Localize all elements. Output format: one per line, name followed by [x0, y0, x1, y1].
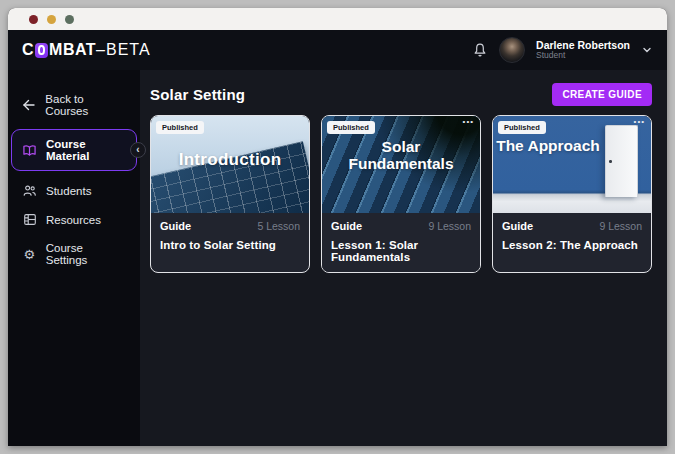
white-door-graphic [605, 125, 638, 197]
film-strip-icon [22, 213, 37, 226]
guide-card-list: Published Introduction Guide 5 Lesson In… [150, 115, 652, 273]
logo-door-icon [35, 43, 48, 58]
close-window-button[interactable] [29, 15, 38, 24]
sidebar-item-resources[interactable]: Resources [11, 206, 137, 233]
card-type-label: Guide [331, 220, 362, 232]
card-title: Intro to Solar Setting [160, 239, 300, 251]
card-thumbnail-introduction: Published Introduction [151, 116, 309, 213]
main-content: Solar Setting CREATE GUIDE Published Int… [140, 70, 667, 446]
logo-text-prefix: C [22, 41, 34, 59]
thumbnail-title: Solar Fundamentals [322, 138, 480, 173]
status-badge: Published [327, 121, 375, 134]
gear-icon: ⚙ [22, 248, 37, 261]
guide-card-intro[interactable]: Published Introduction Guide 5 Lesson In… [150, 115, 310, 273]
card-type-label: Guide [502, 220, 533, 232]
sidebar-back-to-courses[interactable]: Back to Courses [11, 86, 137, 124]
create-guide-button[interactable]: CREATE GUIDE [552, 83, 652, 106]
users-icon [22, 184, 37, 197]
page-title: Solar Setting [150, 86, 245, 103]
open-book-icon [22, 144, 37, 157]
card-menu-icon[interactable]: ••• [634, 117, 645, 126]
app-header: C MBAT –BETA Darlene Robertson Student [8, 30, 667, 70]
status-badge: Published [156, 121, 204, 134]
thumbnail-title: The Approach [495, 137, 601, 154]
sidebar: Back to Courses Course Material ‹ [8, 70, 140, 446]
guide-card-approach[interactable]: Published ••• The Approach Guide 9 Lesso… [492, 115, 652, 273]
logo-text-mid: MBAT [49, 41, 96, 59]
chevron-down-icon[interactable] [641, 44, 653, 56]
status-badge: Published [498, 121, 546, 134]
sidebar-item-students[interactable]: Students [11, 177, 137, 204]
lesson-count: 9 Lesson [599, 220, 642, 232]
sidebar-item-course-settings[interactable]: ⚙ Course Settings [11, 235, 137, 273]
card-title: Lesson 2: The Approach [502, 239, 642, 251]
sidebar-item-label: Course Settings [46, 242, 126, 266]
sidebar-item-label: Course Material [46, 138, 126, 162]
user-info[interactable]: Darlene Robertson Student [536, 39, 630, 61]
window-titlebar [8, 8, 667, 30]
arrow-left-icon [22, 99, 36, 111]
thumbnail-title: Introduction [151, 150, 309, 170]
logo-text-suffix: –BETA [96, 41, 151, 59]
sidebar-collapse-button[interactable]: ‹ [130, 142, 146, 158]
user-avatar[interactable] [499, 37, 525, 63]
app-logo[interactable]: C MBAT –BETA [22, 41, 151, 59]
sidebar-item-label: Students [46, 185, 91, 197]
minimize-window-button[interactable] [47, 15, 56, 24]
card-menu-icon[interactable]: ••• [463, 117, 474, 126]
sidebar-back-label: Back to Courses [45, 93, 126, 117]
card-type-label: Guide [160, 220, 191, 232]
sidebar-item-course-material[interactable]: Course Material ‹ [11, 129, 137, 171]
card-thumbnail-the-approach: Published ••• The Approach [493, 116, 651, 213]
sidebar-item-label: Resources [46, 214, 101, 226]
notification-bell-icon[interactable] [472, 42, 488, 58]
app-window: C MBAT –BETA Darlene Robertson Student [8, 8, 667, 446]
zoom-window-button[interactable] [65, 15, 74, 24]
card-thumbnail-solar-fundamentals: Published ••• Solar Fundamentals [322, 116, 480, 213]
lesson-count: 9 Lesson [428, 220, 471, 232]
user-role: Student [536, 51, 630, 61]
lesson-count: 5 Lesson [257, 220, 300, 232]
guide-card-fundamentals[interactable]: Published ••• Solar Fundamentals Guide 9… [321, 115, 481, 273]
card-title: Lesson 1: Solar Fundamentals [331, 239, 471, 263]
